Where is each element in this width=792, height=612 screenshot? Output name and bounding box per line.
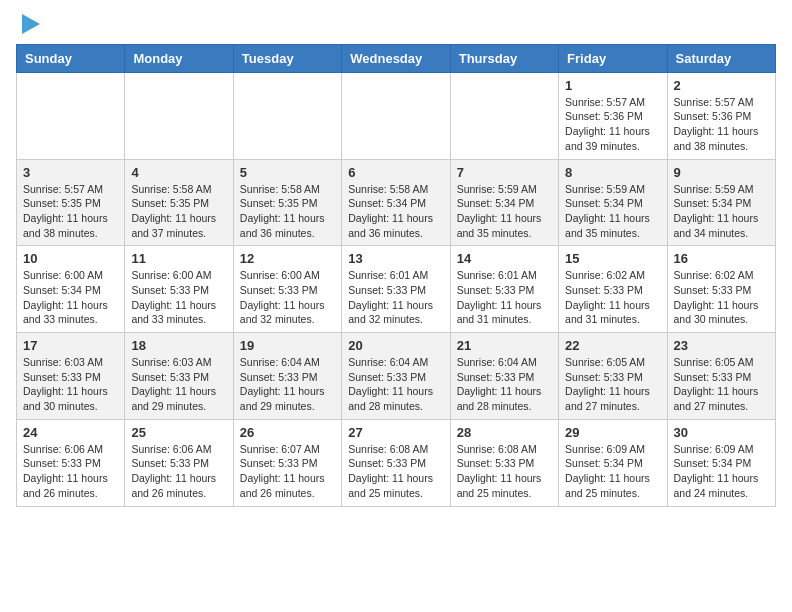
calendar-cell: 8Sunrise: 5:59 AM Sunset: 5:34 PM Daylig…	[559, 159, 667, 246]
day-info: Sunrise: 6:03 AM Sunset: 5:33 PM Dayligh…	[131, 355, 226, 414]
day-number: 26	[240, 425, 335, 440]
calendar-cell	[233, 72, 341, 159]
calendar-cell: 10Sunrise: 6:00 AM Sunset: 5:34 PM Dayli…	[17, 246, 125, 333]
day-number: 5	[240, 165, 335, 180]
day-number: 22	[565, 338, 660, 353]
day-number: 30	[674, 425, 769, 440]
calendar-cell: 23Sunrise: 6:05 AM Sunset: 5:33 PM Dayli…	[667, 333, 775, 420]
calendar-cell	[17, 72, 125, 159]
day-number: 12	[240, 251, 335, 266]
day-info: Sunrise: 6:03 AM Sunset: 5:33 PM Dayligh…	[23, 355, 118, 414]
col-header-sunday: Sunday	[17, 44, 125, 72]
day-number: 6	[348, 165, 443, 180]
day-number: 28	[457, 425, 552, 440]
day-number: 20	[348, 338, 443, 353]
calendar-cell: 30Sunrise: 6:09 AM Sunset: 5:34 PM Dayli…	[667, 419, 775, 506]
day-number: 19	[240, 338, 335, 353]
day-info: Sunrise: 5:57 AM Sunset: 5:35 PM Dayligh…	[23, 182, 118, 241]
col-header-tuesday: Tuesday	[233, 44, 341, 72]
day-number: 27	[348, 425, 443, 440]
day-number: 16	[674, 251, 769, 266]
day-number: 7	[457, 165, 552, 180]
calendar-cell	[125, 72, 233, 159]
calendar-cell: 5Sunrise: 5:58 AM Sunset: 5:35 PM Daylig…	[233, 159, 341, 246]
calendar-cell	[450, 72, 558, 159]
calendar-cell: 20Sunrise: 6:04 AM Sunset: 5:33 PM Dayli…	[342, 333, 450, 420]
day-info: Sunrise: 6:00 AM Sunset: 5:33 PM Dayligh…	[131, 268, 226, 327]
calendar-table: SundayMondayTuesdayWednesdayThursdayFrid…	[16, 44, 776, 507]
day-number: 24	[23, 425, 118, 440]
day-number: 11	[131, 251, 226, 266]
calendar-cell: 19Sunrise: 6:04 AM Sunset: 5:33 PM Dayli…	[233, 333, 341, 420]
calendar-cell: 17Sunrise: 6:03 AM Sunset: 5:33 PM Dayli…	[17, 333, 125, 420]
calendar-cell: 16Sunrise: 6:02 AM Sunset: 5:33 PM Dayli…	[667, 246, 775, 333]
day-info: Sunrise: 6:01 AM Sunset: 5:33 PM Dayligh…	[348, 268, 443, 327]
calendar-cell: 13Sunrise: 6:01 AM Sunset: 5:33 PM Dayli…	[342, 246, 450, 333]
day-info: Sunrise: 6:05 AM Sunset: 5:33 PM Dayligh…	[674, 355, 769, 414]
page-header	[16, 16, 776, 36]
day-info: Sunrise: 6:07 AM Sunset: 5:33 PM Dayligh…	[240, 442, 335, 501]
calendar-cell: 28Sunrise: 6:08 AM Sunset: 5:33 PM Dayli…	[450, 419, 558, 506]
day-info: Sunrise: 5:59 AM Sunset: 5:34 PM Dayligh…	[565, 182, 660, 241]
day-number: 29	[565, 425, 660, 440]
day-info: Sunrise: 6:02 AM Sunset: 5:33 PM Dayligh…	[674, 268, 769, 327]
calendar-cell: 6Sunrise: 5:58 AM Sunset: 5:34 PM Daylig…	[342, 159, 450, 246]
day-number: 10	[23, 251, 118, 266]
day-info: Sunrise: 6:08 AM Sunset: 5:33 PM Dayligh…	[348, 442, 443, 501]
day-info: Sunrise: 5:57 AM Sunset: 5:36 PM Dayligh…	[674, 95, 769, 154]
day-info: Sunrise: 6:09 AM Sunset: 5:34 PM Dayligh…	[565, 442, 660, 501]
day-number: 23	[674, 338, 769, 353]
calendar-cell: 18Sunrise: 6:03 AM Sunset: 5:33 PM Dayli…	[125, 333, 233, 420]
calendar-cell: 29Sunrise: 6:09 AM Sunset: 5:34 PM Dayli…	[559, 419, 667, 506]
day-number: 15	[565, 251, 660, 266]
day-info: Sunrise: 6:08 AM Sunset: 5:33 PM Dayligh…	[457, 442, 552, 501]
day-number: 2	[674, 78, 769, 93]
calendar-cell: 3Sunrise: 5:57 AM Sunset: 5:35 PM Daylig…	[17, 159, 125, 246]
day-info: Sunrise: 5:59 AM Sunset: 5:34 PM Dayligh…	[457, 182, 552, 241]
calendar-cell: 15Sunrise: 6:02 AM Sunset: 5:33 PM Dayli…	[559, 246, 667, 333]
calendar-cell: 2Sunrise: 5:57 AM Sunset: 5:36 PM Daylig…	[667, 72, 775, 159]
col-header-saturday: Saturday	[667, 44, 775, 72]
day-info: Sunrise: 6:09 AM Sunset: 5:34 PM Dayligh…	[674, 442, 769, 501]
day-info: Sunrise: 6:04 AM Sunset: 5:33 PM Dayligh…	[457, 355, 552, 414]
day-info: Sunrise: 6:04 AM Sunset: 5:33 PM Dayligh…	[348, 355, 443, 414]
day-info: Sunrise: 6:00 AM Sunset: 5:34 PM Dayligh…	[23, 268, 118, 327]
day-number: 14	[457, 251, 552, 266]
calendar-cell: 24Sunrise: 6:06 AM Sunset: 5:33 PM Dayli…	[17, 419, 125, 506]
calendar-cell: 12Sunrise: 6:00 AM Sunset: 5:33 PM Dayli…	[233, 246, 341, 333]
calendar-cell: 1Sunrise: 5:57 AM Sunset: 5:36 PM Daylig…	[559, 72, 667, 159]
day-number: 13	[348, 251, 443, 266]
day-number: 18	[131, 338, 226, 353]
calendar-cell: 25Sunrise: 6:06 AM Sunset: 5:33 PM Dayli…	[125, 419, 233, 506]
calendar-cell: 22Sunrise: 6:05 AM Sunset: 5:33 PM Dayli…	[559, 333, 667, 420]
calendar-cell: 9Sunrise: 5:59 AM Sunset: 5:34 PM Daylig…	[667, 159, 775, 246]
day-number: 17	[23, 338, 118, 353]
day-info: Sunrise: 6:02 AM Sunset: 5:33 PM Dayligh…	[565, 268, 660, 327]
day-info: Sunrise: 6:01 AM Sunset: 5:33 PM Dayligh…	[457, 268, 552, 327]
col-header-thursday: Thursday	[450, 44, 558, 72]
day-info: Sunrise: 5:58 AM Sunset: 5:34 PM Dayligh…	[348, 182, 443, 241]
col-header-monday: Monday	[125, 44, 233, 72]
logo-arrow-icon	[22, 14, 40, 34]
calendar-cell: 14Sunrise: 6:01 AM Sunset: 5:33 PM Dayli…	[450, 246, 558, 333]
day-info: Sunrise: 6:06 AM Sunset: 5:33 PM Dayligh…	[23, 442, 118, 501]
day-number: 25	[131, 425, 226, 440]
calendar-cell: 27Sunrise: 6:08 AM Sunset: 5:33 PM Dayli…	[342, 419, 450, 506]
day-info: Sunrise: 6:04 AM Sunset: 5:33 PM Dayligh…	[240, 355, 335, 414]
day-number: 9	[674, 165, 769, 180]
calendar-cell: 21Sunrise: 6:04 AM Sunset: 5:33 PM Dayli…	[450, 333, 558, 420]
day-info: Sunrise: 6:06 AM Sunset: 5:33 PM Dayligh…	[131, 442, 226, 501]
col-header-friday: Friday	[559, 44, 667, 72]
day-info: Sunrise: 5:58 AM Sunset: 5:35 PM Dayligh…	[240, 182, 335, 241]
day-info: Sunrise: 6:05 AM Sunset: 5:33 PM Dayligh…	[565, 355, 660, 414]
calendar-cell: 7Sunrise: 5:59 AM Sunset: 5:34 PM Daylig…	[450, 159, 558, 246]
day-info: Sunrise: 6:00 AM Sunset: 5:33 PM Dayligh…	[240, 268, 335, 327]
logo	[16, 16, 40, 36]
day-info: Sunrise: 5:58 AM Sunset: 5:35 PM Dayligh…	[131, 182, 226, 241]
day-number: 21	[457, 338, 552, 353]
calendar-cell: 11Sunrise: 6:00 AM Sunset: 5:33 PM Dayli…	[125, 246, 233, 333]
day-info: Sunrise: 5:57 AM Sunset: 5:36 PM Dayligh…	[565, 95, 660, 154]
calendar-cell	[342, 72, 450, 159]
day-number: 8	[565, 165, 660, 180]
day-number: 1	[565, 78, 660, 93]
